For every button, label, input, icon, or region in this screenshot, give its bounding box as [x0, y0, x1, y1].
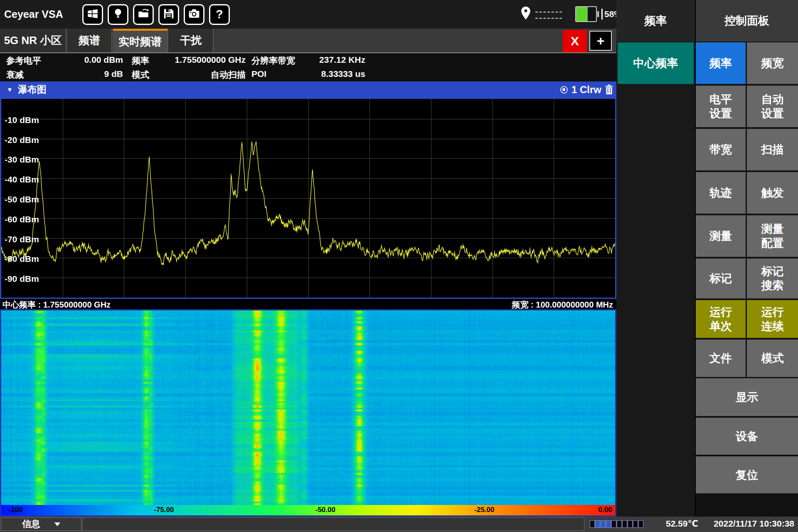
- cp-button-auto-setup[interactable]: 自动 设置: [747, 86, 798, 127]
- cp-button-device[interactable]: 设备: [696, 418, 798, 455]
- cp-button-display[interactable]: 显示: [696, 378, 798, 416]
- cp-button-bandwidth[interactable]: 带宽: [696, 129, 746, 170]
- spectrum-trace-canvas: [1, 99, 615, 298]
- waterfall-panel-title: 瀑布图: [18, 83, 47, 96]
- settings-row: 参考电平0.00 dBm频率1.755000000 GHz分辨率带宽237.12…: [0, 53, 616, 67]
- progress-block: [622, 520, 627, 528]
- cp-button-sweep[interactable]: 扫描: [747, 129, 798, 170]
- cp-button-marker[interactable]: 标记: [696, 259, 746, 298]
- cp-button-level-setup[interactable]: 电平 设置: [696, 86, 746, 127]
- ceyear-vsa-app: Ceyear VSA ? 58% X + 5G NR 小区频谱实时频谱干扰 参考…: [0, 0, 798, 532]
- color-scale-label: -25.00: [474, 506, 494, 514]
- windows-button[interactable]: [82, 4, 103, 25]
- app-title: Ceyear VSA: [4, 8, 63, 20]
- help-button[interactable]: ?: [209, 4, 230, 25]
- center-frequency-button[interactable]: 中心频率: [618, 42, 694, 84]
- delete-trace-icon[interactable]: [605, 84, 613, 95]
- progress-block: [590, 520, 595, 528]
- y-axis-label: -30 dBm: [5, 155, 39, 165]
- span-readout: 频宽 : 100.000000000 MHz: [512, 299, 613, 310]
- progress-block: [633, 520, 638, 528]
- trace-badge: 1 Clrw: [571, 84, 601, 96]
- amplitude-color-scale: -100-75.00-50.00-25.000.00: [1, 505, 615, 515]
- top-bar: Ceyear VSA ? 58%: [0, 0, 616, 29]
- y-axis-label: -90 dBm: [5, 274, 39, 284]
- waterfall-display: -100-75.00-50.00-25.000.00: [0, 309, 616, 517]
- gps-status: [520, 6, 562, 22]
- progress-block: [611, 520, 616, 528]
- folder-open-icon: [137, 7, 150, 22]
- cp-button-trace[interactable]: 轨迹: [696, 172, 746, 214]
- y-axis-label: -80 dBm: [5, 254, 39, 264]
- cp-button-reset[interactable]: 复位: [696, 456, 798, 493]
- progress-blocks: [590, 520, 643, 528]
- control-panel-title: 控制面板: [696, 0, 798, 42]
- cp-button-mode[interactable]: 模式: [747, 340, 798, 377]
- y-axis-label: -70 dBm: [5, 234, 39, 244]
- battery-indicator: 58%: [575, 6, 622, 22]
- waterfall-panel-header: ▼ 瀑布图 1 Clrw: [0, 81, 616, 98]
- camera-button[interactable]: [184, 4, 204, 25]
- collapse-arrow-icon[interactable]: ▼: [7, 86, 13, 93]
- frequency-submenu-panel: 频率 中心频率: [616, 0, 695, 517]
- spectrum-chart: -10 dBm-20 dBm-30 dBm-40 dBm-50 dBm-60 d…: [0, 98, 616, 299]
- folder-open-button[interactable]: [133, 4, 154, 25]
- bulb-button[interactable]: [108, 4, 128, 25]
- bulb-icon: [112, 7, 124, 22]
- control-panel: 控制面板 频率频宽电平 设置自动 设置带宽扫描轨迹触发测量测量 配置标记标记 搜…: [696, 0, 798, 517]
- tab-interference[interactable]: 干扰: [169, 29, 214, 52]
- message-area: [82, 517, 584, 531]
- color-scale-label: 0.00: [598, 506, 612, 514]
- frequency-value: 1.755000000 GHz: [166, 55, 246, 65]
- settings-row: 衰减9 dB模式自动扫描POI8.33333 us: [0, 67, 616, 81]
- progress-block: [617, 520, 622, 528]
- cp-button-freq[interactable]: 频率: [696, 42, 746, 84]
- info-dropdown[interactable]: 信息: [1, 517, 81, 531]
- battery-icon: [575, 6, 597, 22]
- windows-icon: [86, 7, 99, 22]
- attenuation-value: 9 dB: [42, 69, 123, 79]
- cp-button-span[interactable]: 频宽: [747, 42, 798, 84]
- attenuation-label: 衰减: [6, 69, 24, 81]
- trace-radio-button[interactable]: [560, 86, 568, 94]
- ref-level-label: 参考电平: [6, 55, 41, 66]
- help-icon: ?: [216, 8, 223, 20]
- sweep-mode-label: 模式: [132, 69, 149, 81]
- poi-value: 8.33333 us: [254, 69, 365, 79]
- center-frequency-readout: 中心频率 : 1.755000000 GHz: [2, 299, 111, 310]
- cp-button-measure[interactable]: 测量: [696, 215, 746, 257]
- close-tab-button[interactable]: X: [563, 30, 587, 52]
- tab-5g-nr-cell[interactable]: 5G NR 小区: [0, 29, 66, 52]
- cp-button-measure-config[interactable]: 测量 配置: [747, 215, 798, 257]
- measurement-tab-bar: X + 5G NR 小区频谱实时频谱干扰: [0, 29, 616, 53]
- add-tab-button[interactable]: +: [589, 31, 612, 51]
- waterfall-canvas: [1, 310, 615, 505]
- info-dropdown-label: 信息: [22, 518, 40, 530]
- progress-block: [601, 520, 606, 528]
- tab-realtime-spectrum[interactable]: 实时频谱: [113, 29, 168, 52]
- rbw-value: 237.12 KHz: [254, 55, 365, 65]
- progress-block: [595, 520, 600, 528]
- color-scale-label: -100: [9, 506, 23, 514]
- temperature-readout: 52.59℃: [666, 519, 698, 529]
- tab-spectrum[interactable]: 频谱: [67, 29, 112, 52]
- save-button[interactable]: [158, 4, 179, 25]
- y-axis-label: -60 dBm: [5, 214, 39, 224]
- toolbar: ?: [82, 4, 230, 25]
- y-axis-label: -50 dBm: [5, 195, 39, 204]
- cp-button-trigger[interactable]: 触发: [747, 172, 798, 214]
- save-icon: [163, 7, 175, 22]
- y-axis-label: -10 dBm: [5, 115, 39, 125]
- cp-button-file[interactable]: 文件: [696, 340, 746, 377]
- color-scale-label: -50.00: [315, 506, 335, 514]
- location-pin-icon: [520, 6, 531, 22]
- datetime-readout: 2022/11/17 10:30:38: [714, 519, 794, 529]
- progress-block: [628, 520, 633, 528]
- camera-icon: [188, 7, 200, 22]
- frequency-label: 频率: [132, 55, 149, 66]
- color-scale-label: -75.00: [154, 506, 174, 514]
- cp-button-run-continuous[interactable]: 运行 连续: [747, 300, 798, 338]
- cp-button-run-single[interactable]: 运行 单次: [696, 300, 746, 338]
- cp-button-marker-search[interactable]: 标记 搜索: [747, 259, 798, 298]
- progress-block: [606, 520, 611, 528]
